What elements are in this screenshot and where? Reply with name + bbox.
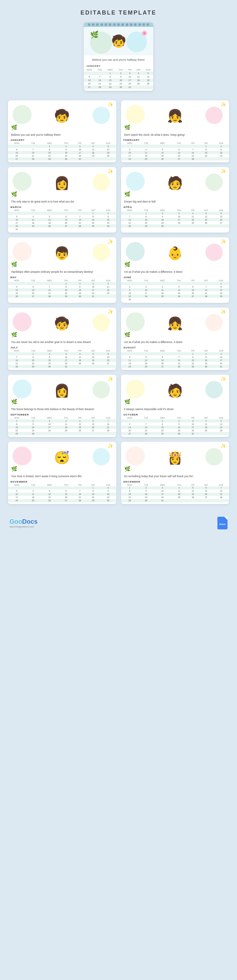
card-quote-jan: Believe you can and you're halfway there… bbox=[8, 132, 116, 138]
table-cell: 16 bbox=[171, 426, 187, 429]
table-cell: 4 bbox=[25, 490, 41, 493]
table-cell: 15 bbox=[199, 151, 213, 154]
table-cell: 22 bbox=[121, 496, 139, 499]
table-cell: 9 bbox=[138, 490, 153, 493]
table-cell: 8 bbox=[8, 422, 25, 426]
table-cell: 16 bbox=[74, 288, 86, 291]
table-cell: 8 bbox=[138, 215, 153, 218]
hero-image-area: 🧒 🌿 🌸 bbox=[84, 27, 153, 56]
table-cell: 23 bbox=[121, 294, 139, 298]
card-cal-mar: MONTUEWEDTHUFRISATSUN1234567891011121314… bbox=[8, 209, 116, 231]
card-quote-apr: Dream big and dare to fail! bbox=[121, 199, 229, 204]
table-cell bbox=[138, 419, 153, 422]
table-cell: 30 bbox=[58, 157, 74, 161]
table-cell: 25 bbox=[138, 157, 153, 161]
table-cell: 8 bbox=[25, 355, 41, 358]
table-cell: 7 bbox=[41, 285, 58, 288]
table-cell: 2 bbox=[58, 145, 74, 148]
table-cell: 8 bbox=[187, 355, 199, 358]
table-cell: 12 bbox=[41, 218, 58, 221]
hero-calendar: 🧒 🌿 🌸 Believe you can and you're halfway… bbox=[84, 22, 153, 91]
card-image-nov: 🌿✨😴 bbox=[8, 442, 116, 473]
table-cell: 12 bbox=[74, 422, 86, 426]
table-cell bbox=[58, 212, 74, 215]
card-cal-apr: MONTUEWEDTHUFRISATSUN1234567891011121314… bbox=[121, 209, 229, 228]
card-quote-jun: Act as if what you do makes a difference… bbox=[121, 269, 229, 275]
table-cell: 13 bbox=[153, 358, 171, 362]
table-cell: 12 bbox=[153, 151, 171, 154]
table-cell: 9 bbox=[25, 422, 41, 426]
table-cell: 16 bbox=[153, 218, 171, 221]
table-cell: 5 bbox=[74, 419, 86, 422]
card-month-oct: OCTOBER bbox=[121, 412, 229, 417]
card-quote-mar: The only way to do great work is to love… bbox=[8, 199, 116, 204]
table-cell: 21 bbox=[138, 429, 153, 432]
card-character-mar: 👩 bbox=[54, 176, 70, 191]
card-month-jul: JULY bbox=[8, 345, 116, 349]
table-cell: 3 bbox=[8, 215, 25, 218]
card-cal-jul: MONTUEWEDTHUFRISATSUN1234567891011121314… bbox=[8, 349, 116, 368]
table-cell bbox=[25, 486, 41, 490]
table-cell: 4 bbox=[199, 419, 213, 422]
table-cell: 22 bbox=[86, 496, 100, 499]
table-cell bbox=[41, 432, 58, 435]
table-cell: 31 bbox=[86, 294, 100, 298]
table-cell: 21 bbox=[74, 221, 86, 224]
table-cell: 12 bbox=[187, 490, 199, 493]
table-cell: 17 bbox=[8, 221, 25, 224]
cal-card-jul: 🌿✨🧒You are never too old to set another … bbox=[8, 307, 116, 370]
table-cell: 11 bbox=[25, 493, 41, 496]
table-cell: 13 bbox=[187, 288, 199, 291]
table-cell bbox=[121, 212, 139, 215]
table-cell bbox=[25, 228, 41, 231]
table-cell bbox=[171, 145, 187, 148]
table-cell: 11 bbox=[138, 151, 153, 154]
table-cell: 11 bbox=[171, 490, 187, 493]
table-cell bbox=[74, 365, 86, 368]
table-cell: 22 bbox=[86, 221, 100, 224]
table-cell: 17 bbox=[86, 288, 100, 291]
table-cell: 15 bbox=[153, 426, 171, 429]
card-quote-jul: You are never too old to set another goa… bbox=[8, 339, 116, 345]
table-cell bbox=[86, 365, 100, 368]
table-cell: 1 bbox=[58, 282, 74, 285]
table-cell: 3 bbox=[171, 212, 187, 215]
table-cell: 4 bbox=[25, 215, 41, 218]
footer: GooDocs www.thegoodocs.com Docs bbox=[0, 511, 237, 534]
table-cell: 29 bbox=[138, 224, 153, 228]
table-cell: 30 bbox=[41, 365, 58, 368]
table-cell: 26 bbox=[100, 154, 116, 157]
table-cell: 22 bbox=[199, 154, 213, 157]
table-cell: 2 bbox=[100, 212, 116, 215]
hero-section: 🧒 🌿 🌸 Believe you can and you're halfway… bbox=[0, 22, 237, 91]
table-cell bbox=[8, 486, 25, 490]
docs-icon: Docs bbox=[217, 517, 228, 530]
table-cell: 14 bbox=[100, 422, 116, 426]
table-cell: 29 bbox=[213, 294, 229, 298]
table-cell: 17 bbox=[58, 358, 74, 362]
table-cell: 31 bbox=[213, 365, 229, 368]
table-cell: 7 bbox=[138, 422, 153, 426]
table-cell: 21 bbox=[8, 362, 25, 365]
table-cell bbox=[153, 145, 171, 148]
table-cell: 4 bbox=[100, 282, 116, 285]
card-cal-sep: MONTUEWEDTHUFRISATSUN1234567891011121314… bbox=[8, 417, 116, 435]
table-cell: 9 bbox=[213, 148, 229, 151]
table-cell bbox=[58, 228, 74, 231]
table-cell: 20 bbox=[171, 154, 187, 157]
table-cell: 19 bbox=[41, 221, 58, 224]
table-cell: 30 bbox=[100, 224, 116, 228]
table-cell: 5 bbox=[100, 145, 116, 148]
table-cell: 15 bbox=[86, 218, 100, 221]
table-cell: 1 bbox=[86, 212, 100, 215]
table-cell bbox=[213, 224, 229, 228]
table-cell: 8 bbox=[41, 148, 58, 151]
table-cell: 28 bbox=[25, 157, 41, 161]
table-cell: 8 bbox=[86, 490, 100, 493]
table-cell: 24 bbox=[187, 429, 199, 432]
table-cell: 19 bbox=[153, 154, 171, 157]
cal-card-feb: 🌿✨👧Don't watch the clock; do what it doe… bbox=[121, 100, 229, 163]
table-cell bbox=[41, 282, 58, 285]
table-cell: 22 bbox=[153, 429, 171, 432]
cal-card-may: 🌿✨👦Hardships often prepare ordinary peop… bbox=[8, 237, 116, 303]
